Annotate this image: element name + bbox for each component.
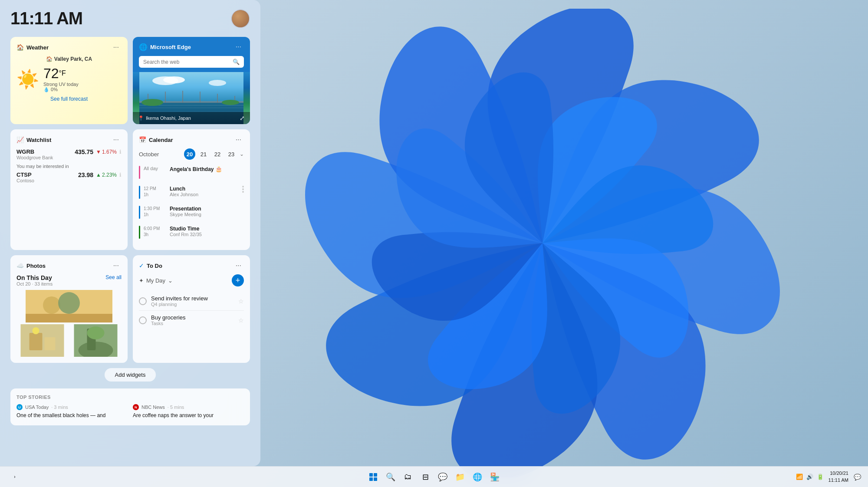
svg-rect-23 [45, 337, 56, 350]
store-button[interactable]: 🏪 [487, 469, 503, 485]
watchlist-menu-button[interactable]: ··· [111, 135, 122, 144]
calendar-expand-chevron[interactable]: ⌄ [240, 151, 244, 157]
todo-task-name-1: Send invites for review [151, 295, 234, 302]
todo-add-button[interactable]: + [232, 274, 244, 286]
svg-rect-14 [139, 111, 243, 112]
calendar-menu-button[interactable]: ··· [233, 135, 244, 144]
widgets-row-1: 🏠 Weather ··· 🏠 Valley Park, CA ☀️ 72°F … [10, 37, 250, 250]
story-source-row-2: N NBC News · 5 mins [133, 404, 244, 410]
taskbar-clock[interactable]: 10/20/21 11:11 AM [829, 470, 848, 484]
event-bar-birthday [139, 166, 140, 179]
teams-chat-button[interactable]: 💬 [435, 469, 450, 485]
todo-my-day-label[interactable]: ✦ My Day ⌄ [139, 277, 173, 284]
svg-point-28 [87, 326, 105, 339]
edge-menu-button[interactable]: ··· [233, 42, 244, 52]
photos-title-row: ☁️ Photos [16, 262, 46, 269]
watchlist-price-block-2: 23.98 ▲ 2.23% ℹ [78, 171, 122, 178]
wifi-icon[interactable]: 📶 [795, 472, 804, 482]
watchlist-icon: 📈 [16, 136, 24, 143]
battery-icon[interactable]: 🔋 [815, 472, 825, 482]
stock-price-2: 23.98 [78, 171, 93, 178]
weather-forecast-link[interactable]: See full forecast [16, 96, 122, 102]
weather-emoji: ☀️ [16, 69, 39, 90]
event-content-lunch: Lunch Alex Johnson [170, 186, 198, 197]
stock-info-icon-1[interactable]: ℹ [119, 149, 122, 155]
svg-point-3 [163, 76, 185, 83]
calendar-date-22[interactable]: 22 [212, 148, 223, 160]
todo-content-2: Buy groceries Tasks [151, 314, 234, 326]
story-headline-1: One of the smallest black holes — and [16, 412, 128, 419]
calendar-date-20[interactable]: 20 [184, 148, 195, 160]
story-time-2: · 5 mins [168, 405, 184, 410]
svg-rect-0 [139, 72, 243, 102]
event-title-lunch: Lunch [170, 186, 198, 192]
todo-star-1[interactable]: ☆ [238, 298, 244, 305]
weather-temp-block: 72°F Strong UV today 💧 0% [43, 66, 79, 92]
edge-search-input[interactable] [143, 59, 230, 65]
weather-title: Weather [26, 44, 49, 51]
panel-header: 11:11 AM [10, 9, 250, 28]
photos-icon: ☁️ [16, 262, 24, 269]
photo-thumb-2[interactable] [16, 324, 68, 357]
photos-menu-button[interactable]: ··· [111, 261, 122, 270]
stories-grid: U USA Today · 3 mins One of the smallest… [16, 404, 244, 419]
store-icon: 🏪 [490, 472, 500, 482]
user-avatar[interactable] [231, 9, 250, 28]
stock-change-1: ▼ 1.67% [96, 149, 117, 155]
story-item-1[interactable]: U USA Today · 3 mins One of the smallest… [16, 404, 128, 419]
calendar-month: October [139, 151, 159, 158]
search-button[interactable]: 🔍 [383, 469, 398, 485]
dot-3 [242, 191, 244, 193]
taskbar-left: › [0, 469, 23, 485]
todo-checkbox-2[interactable] [139, 316, 147, 324]
calendar-date-21[interactable]: 21 [198, 148, 209, 160]
svg-point-4 [209, 80, 226, 86]
watchlist-widget: 📈 Watchlist ··· WGRB Woodgrove Bank 435.… [10, 129, 128, 250]
todo-star-2[interactable]: ☆ [238, 317, 244, 324]
chevron-right-icon: › [14, 474, 15, 479]
task-view-button[interactable]: 🗂 [400, 469, 416, 485]
event-sub-presentation: Skype Meeting [170, 212, 201, 217]
calendar-event-birthday: All day Angela's Birthday 🎂 [139, 164, 244, 181]
volume-icon[interactable]: 🔊 [805, 472, 815, 482]
photo-thumb-1[interactable] [16, 290, 122, 322]
add-widgets-button[interactable]: Add widgets [105, 368, 156, 382]
widgets-button[interactable]: ⊟ [418, 469, 433, 485]
stock-info-icon-2[interactable]: ℹ [119, 172, 122, 178]
chevron-down-icon: ⌄ [168, 277, 173, 284]
widgets-icon: ⊟ [422, 472, 429, 482]
todo-checkbox-1[interactable] [139, 297, 147, 305]
notification-button[interactable]: 💬 [852, 472, 863, 482]
watchlist-price-block-1: 435.75 ▼ 1.67% ℹ [75, 148, 122, 155]
event-bar-lunch [139, 186, 140, 199]
event-sub-lunch: Alex Johnson [170, 192, 198, 197]
event-content-presentation: Presentation Skype Meeting [170, 206, 201, 217]
todo-menu-button[interactable]: ··· [233, 261, 244, 270]
photos-see-all-link[interactable]: See all [105, 274, 122, 280]
photo-thumb-3[interactable] [70, 324, 122, 357]
calendar-widget-header: 📅 Calendar ··· [139, 135, 244, 144]
taskbar-system-tray-chevron[interactable]: › [7, 469, 23, 485]
watchlist-header: 📈 Watchlist ··· [16, 135, 122, 144]
story-source-2: NBC News [141, 405, 165, 410]
weather-title-row: 🏠 Weather [16, 44, 49, 51]
weather-menu-button[interactable]: ··· [111, 43, 122, 52]
calendar-date-23[interactable]: 23 [226, 148, 237, 160]
file-explorer-button[interactable]: 📁 [452, 469, 468, 485]
story-dot-2: N [133, 404, 139, 410]
todo-my-day-row: ✦ My Day ⌄ + [139, 274, 244, 286]
start-button[interactable] [365, 469, 381, 485]
edge-taskbar-button[interactable]: 🌐 [470, 469, 485, 485]
task-view-icon: 🗂 [404, 472, 412, 481]
edge-title: Microsoft Edge [150, 44, 191, 50]
stock-ticker-1: WGRB [16, 148, 53, 155]
edge-icon: 🌐 [139, 43, 148, 51]
story-item-2[interactable]: N NBC News · 5 mins Are coffee naps the … [133, 404, 244, 419]
edge-search-bar[interactable]: 🔍 [139, 56, 244, 68]
edge-expand-button[interactable]: ⤢ [240, 115, 245, 122]
watchlist-stock-info-2: CTSP Contoso [16, 171, 34, 183]
widget-panel: 11:11 AM 🏠 Weather ··· 🏠 Valley Park, CA… [0, 0, 260, 466]
change-arrow-1: ▼ [96, 149, 101, 155]
story-source-row-1: U USA Today · 3 mins [16, 404, 128, 410]
photos-subtitle-block: On This Day Oct 20 · 33 items [16, 274, 53, 286]
